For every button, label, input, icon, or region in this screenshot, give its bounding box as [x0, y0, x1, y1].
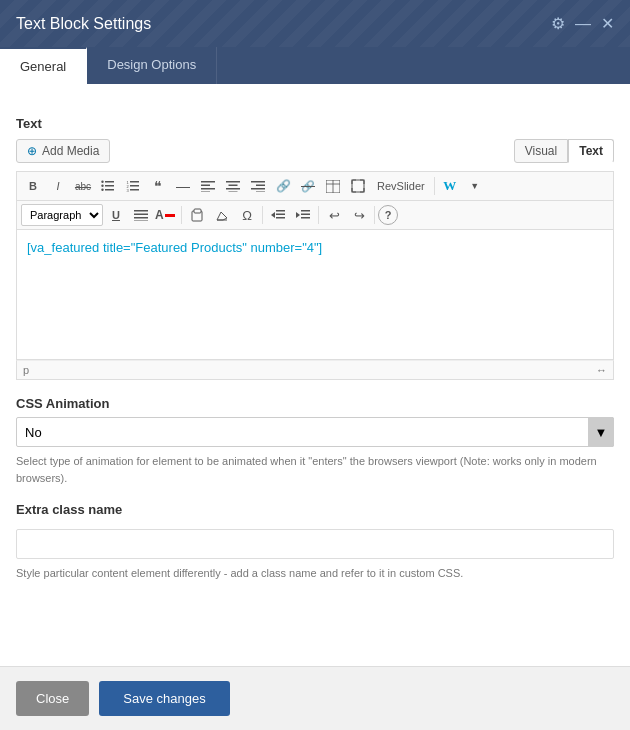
- svg-rect-2: [105, 189, 114, 191]
- align-center-button[interactable]: [221, 175, 245, 197]
- svg-rect-36: [276, 210, 285, 212]
- svg-rect-13: [201, 185, 210, 187]
- svg-rect-29: [134, 214, 148, 216]
- tabs-bar: General Design Options: [0, 47, 630, 84]
- wp-dropdown-button[interactable]: ▼: [463, 175, 487, 197]
- extra-class-label: Extra class name: [16, 502, 614, 517]
- svg-rect-21: [256, 185, 265, 187]
- unordered-list-button[interactable]: [96, 175, 120, 197]
- add-media-icon: ⊕: [27, 144, 37, 158]
- css-animation-label: CSS Animation: [16, 396, 614, 411]
- minimize-icon[interactable]: —: [575, 15, 591, 33]
- svg-rect-12: [201, 181, 215, 183]
- css-animation-hint: Select type of animation for element to …: [16, 453, 614, 486]
- align-right-button[interactable]: [246, 175, 270, 197]
- svg-rect-40: [301, 210, 310, 212]
- toolbar-row-2: Paragraph Heading 1 Heading 2 U A: [17, 201, 613, 230]
- svg-marker-39: [271, 212, 275, 218]
- svg-rect-27: [352, 180, 364, 192]
- format-select[interactable]: Paragraph Heading 1 Heading 2: [21, 204, 103, 226]
- css-animation-select-wrap: No Fade Bounce Slide Rotate ▼: [16, 417, 614, 447]
- editor-tag: p: [23, 364, 29, 376]
- title-bar: Text Block Settings ⚙ — ✕: [0, 0, 630, 47]
- svg-rect-22: [251, 188, 265, 190]
- extra-class-hint: Style particular content element differe…: [16, 565, 614, 582]
- svg-rect-37: [276, 214, 285, 216]
- fullscreen-button[interactable]: [346, 175, 370, 197]
- outdent-button[interactable]: [266, 204, 290, 226]
- toolbar-wrap: B I abc 123 ❝ —: [16, 171, 614, 230]
- wp-button[interactable]: W: [438, 175, 462, 197]
- svg-rect-42: [301, 217, 310, 219]
- css-animation-section: CSS Animation No Fade Bounce Slide Rotat…: [16, 396, 614, 486]
- svg-rect-1: [105, 185, 114, 187]
- visual-mode-button[interactable]: Visual: [514, 139, 568, 163]
- save-button[interactable]: Save changes: [99, 681, 229, 716]
- svg-rect-17: [229, 185, 238, 187]
- editor-resize-handle[interactable]: ↔: [596, 364, 607, 376]
- paste-button[interactable]: [185, 204, 209, 226]
- toolbar-separator-3: [262, 206, 263, 224]
- revslider-button[interactable]: RevSlider: [371, 175, 431, 197]
- close-icon[interactable]: ✕: [601, 14, 614, 33]
- svg-rect-41: [301, 214, 310, 216]
- bold-button[interactable]: B: [21, 175, 45, 197]
- svg-rect-23: [256, 192, 265, 193]
- toolbar-separator-5: [374, 206, 375, 224]
- dialog-footer: Close Save changes: [0, 666, 630, 730]
- svg-rect-18: [226, 188, 240, 190]
- content-area: Text ⊕ Add Media Visual Text B I abc: [0, 84, 630, 666]
- add-media-button[interactable]: ⊕ Add Media: [16, 139, 110, 163]
- align-left-button[interactable]: [196, 175, 220, 197]
- svg-rect-14: [201, 188, 215, 190]
- extra-class-section: Extra class name Style particular conten…: [16, 502, 614, 582]
- eraser-button[interactable]: [210, 204, 234, 226]
- svg-rect-7: [130, 185, 139, 187]
- hr-button[interactable]: —: [171, 175, 195, 197]
- unlink-button[interactable]: 🔗: [296, 175, 320, 197]
- tab-design-options[interactable]: Design Options: [87, 47, 217, 84]
- title-bar-icons: ⚙ — ✕: [551, 14, 614, 33]
- italic-button[interactable]: I: [46, 175, 70, 197]
- text-color-button[interactable]: A: [154, 204, 178, 226]
- strikethrough-button[interactable]: abc: [71, 175, 95, 197]
- text-section-label: Text: [16, 116, 614, 131]
- editor-header: ⊕ Add Media Visual Text: [16, 139, 614, 171]
- help-button[interactable]: ?: [378, 205, 398, 225]
- underline-button[interactable]: U: [104, 204, 128, 226]
- undo-button[interactable]: ↩: [322, 204, 346, 226]
- table-button[interactable]: [321, 175, 345, 197]
- ordered-list-button[interactable]: 123: [121, 175, 145, 197]
- svg-point-4: [101, 185, 103, 187]
- blockquote-button[interactable]: ❝: [146, 175, 170, 197]
- text-section: Text ⊕ Add Media Visual Text B I abc: [16, 116, 614, 380]
- svg-rect-8: [130, 189, 139, 191]
- close-button[interactable]: Close: [16, 681, 89, 716]
- editor-content: [va_featured title="Featured Products" n…: [27, 240, 322, 255]
- svg-rect-0: [105, 181, 114, 183]
- css-animation-select[interactable]: No Fade Bounce Slide Rotate: [16, 417, 614, 447]
- link-button[interactable]: 🔗: [271, 175, 295, 197]
- settings-icon[interactable]: ⚙: [551, 14, 565, 33]
- svg-marker-43: [296, 212, 300, 218]
- svg-rect-16: [226, 181, 240, 183]
- text-mode-button[interactable]: Text: [568, 139, 614, 163]
- svg-rect-33: [194, 209, 201, 213]
- toolbar-row-1: B I abc 123 ❝ —: [17, 172, 613, 201]
- svg-point-3: [101, 181, 103, 183]
- toolbar-separator: [434, 177, 435, 195]
- toolbar-separator-4: [318, 206, 319, 224]
- redo-button[interactable]: ↪: [347, 204, 371, 226]
- svg-rect-6: [130, 181, 139, 183]
- omega-button[interactable]: Ω: [235, 204, 259, 226]
- tab-general[interactable]: General: [0, 47, 87, 84]
- toolbar-separator-2: [181, 206, 182, 224]
- extra-class-input[interactable]: [16, 529, 614, 559]
- indent-button[interactable]: [291, 204, 315, 226]
- svg-text:3: 3: [127, 188, 130, 193]
- editor-body[interactable]: [va_featured title="Featured Products" n…: [16, 230, 614, 360]
- dialog-container: Text Block Settings ⚙ — ✕ General Design…: [0, 0, 630, 730]
- svg-rect-20: [251, 181, 265, 183]
- justify-button[interactable]: [129, 204, 153, 226]
- svg-rect-15: [201, 192, 210, 193]
